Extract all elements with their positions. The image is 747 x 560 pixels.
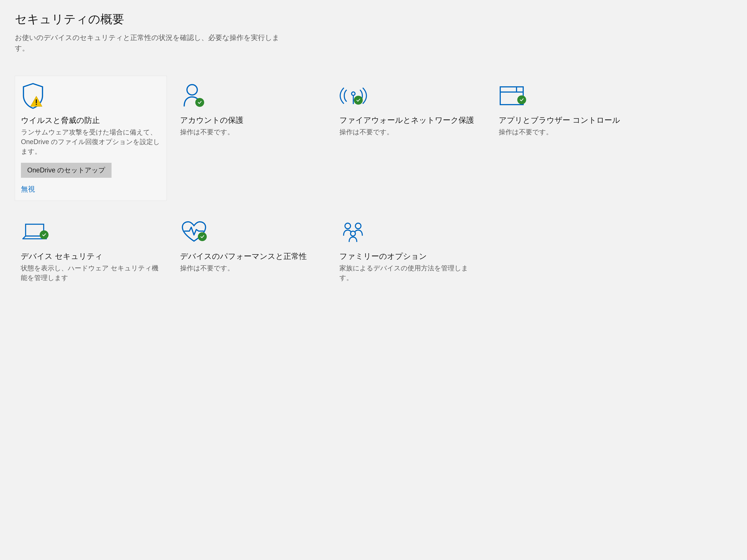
check-badge-icon [517, 96, 526, 104]
svg-point-3 [352, 92, 355, 96]
tile-desc: 操作は不要です。 [180, 263, 320, 273]
tile-title: アプリとブラウザー コントロール [499, 115, 639, 125]
tile-virus-threat[interactable]: ウイルスと脅威の防止 ランサムウェア攻撃を受けた場合に備えて、OneDrive … [15, 76, 167, 201]
antenna-icon [339, 81, 480, 111]
tile-performance-health[interactable]: デバイスのパフォーマンスと正常性 操作は不要です。 [174, 212, 326, 283]
tile-firewall-network[interactable]: ファイアウォールとネットワーク保護 操作は不要です。 [334, 76, 485, 147]
page-title: セキュリティの概要 [15, 11, 682, 27]
tile-desc: 操作は不要です。 [180, 127, 320, 137]
tile-title: ファミリーのオプション [339, 251, 480, 262]
svg-rect-1 [36, 104, 37, 105]
tile-title: デバイス セキュリティ [21, 251, 161, 262]
heart-health-icon [180, 217, 320, 247]
onedrive-setup-button[interactable]: OneDrive のセットアップ [21, 163, 111, 178]
tile-desc: 操作は不要です。 [339, 127, 480, 137]
family-icon [339, 217, 480, 247]
tile-device-security[interactable]: デバイス セキュリティ 状態を表示し、ハードウェア セキュリティ機能を管理します [15, 212, 167, 293]
tile-title: アカウントの保護 [180, 115, 320, 125]
tile-desc: 家族によるデバイスの使用方法を管理します。 [339, 263, 480, 283]
svg-point-10 [355, 223, 361, 229]
check-badge-icon [195, 98, 204, 107]
tile-desc: 操作は不要です。 [499, 127, 639, 137]
shield-icon [21, 81, 161, 111]
account-icon [180, 81, 320, 111]
tile-desc: ランサムウェア攻撃を受けた場合に備えて、OneDrive のファイル回復オプショ… [21, 127, 161, 157]
tile-app-browser-control[interactable]: アプリとブラウザー コントロール 操作は不要です。 [493, 76, 645, 147]
laptop-icon [21, 217, 161, 247]
tile-account-protection[interactable]: アカウントの保護 操作は不要です。 [174, 76, 326, 147]
tile-desc: 状態を表示し、ハードウェア セキュリティ機能を管理します [21, 263, 161, 283]
tile-family-options[interactable]: ファミリーのオプション 家族によるデバイスの使用方法を管理します。 [334, 212, 485, 293]
tile-title: ウイルスと脅威の防止 [21, 115, 161, 126]
svg-point-2 [187, 85, 197, 95]
check-badge-icon [40, 230, 49, 239]
window-icon [499, 81, 639, 111]
tile-title: ファイアウォールとネットワーク保護 [339, 115, 480, 125]
page-subtitle: お使いのデバイスのセキュリティと正常性の状況を確認し、必要な操作を実行します。 [15, 32, 293, 54]
security-tiles-grid: ウイルスと脅威の防止 ランサムウェア攻撃を受けた場合に備えて、OneDrive … [15, 76, 682, 293]
check-badge-icon [354, 96, 363, 105]
tile-title: デバイスのパフォーマンスと正常性 [180, 251, 320, 262]
warning-badge-icon [30, 96, 43, 107]
svg-rect-0 [36, 100, 37, 103]
svg-point-9 [345, 223, 351, 229]
check-badge-icon [198, 232, 207, 241]
svg-point-11 [351, 231, 355, 236]
dismiss-link[interactable]: 無視 [21, 184, 35, 195]
